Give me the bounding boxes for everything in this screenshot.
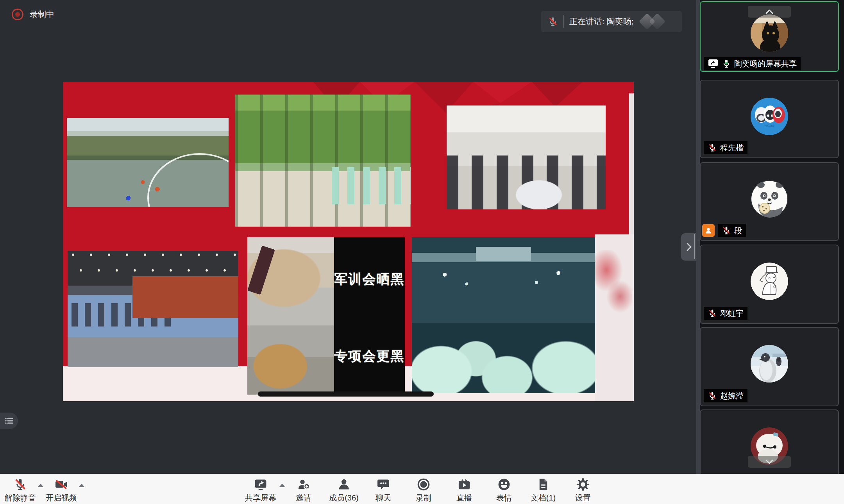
docs-button[interactable]: 文档(1) [531, 477, 556, 503]
meeting-window: 录制中 正在讲话: 陶奕旸; [0, 0, 844, 504]
unmute-button[interactable]: 解除静音 [5, 477, 36, 503]
chat-button[interactable]: 聊天 [376, 477, 391, 503]
unmute-label: 解除静音 [5, 493, 36, 503]
camera-muted-icon [54, 477, 69, 491]
meme-caption-top: 军训会晒黑 [334, 270, 405, 288]
mic-muted-icon [13, 477, 27, 491]
avatar-cartoon-trains: HXD3G [751, 98, 788, 135]
participant-tile-zhaowanying[interactable]: 赵婉滢 [700, 327, 839, 406]
mic-muted-icon [708, 309, 717, 318]
chevron-up-icon [765, 9, 774, 15]
recording-indicator: 录制中 [12, 9, 54, 20]
screen-share-icon [254, 477, 268, 491]
photo-monkey-meme: 军训会晒黑 专项会更黑 [247, 237, 405, 395]
divider [563, 15, 564, 28]
participant-tile-chengxiankai[interactable]: HXD3G 程先楷 [700, 80, 839, 158]
settings-button[interactable]: 设置 [575, 477, 591, 503]
layout-toggle-button[interactable] [0, 413, 18, 429]
chevron-down-icon [765, 459, 774, 465]
mic-muted-icon [708, 391, 717, 400]
docs-label: 文档(1) [531, 493, 556, 503]
invite-label: 邀请 [296, 493, 311, 503]
document-icon [536, 477, 550, 491]
chat-label: 聊天 [376, 493, 391, 503]
participant-name: 邓虹宇 [720, 308, 744, 319]
slide-horizontal-scrollbar[interactable] [258, 391, 434, 397]
shared-screen-slide: 军训会晒黑 专项会更黑 [63, 82, 634, 401]
photo-basketball-court [67, 118, 229, 207]
participant-tile-partial[interactable] [700, 409, 839, 474]
mic-muted-icon [708, 143, 717, 152]
start-video-button[interactable]: 开启视频 [46, 477, 77, 503]
mic-muted-icon [547, 16, 558, 27]
participant-tile-duan[interactable]: 段 [700, 162, 839, 241]
settings-label: 设置 [575, 493, 591, 503]
meme-text-panel: 军训会晒黑 专项会更黑 [334, 237, 405, 395]
participant-name: 段 [734, 225, 742, 236]
photo-auditorium [68, 251, 238, 367]
emoji-label: 表情 [496, 493, 512, 503]
photo-bus-selfie [412, 237, 595, 393]
participant-name: 赵婉滢 [720, 391, 744, 401]
share-screen-button[interactable]: 共享屏幕 [245, 477, 276, 503]
photo-registration-table [447, 105, 606, 209]
avatar-panda-cartoon [751, 180, 788, 218]
bottom-toolbar: 解除静音 开启视频 共享屏幕 [0, 474, 844, 504]
sidebar-rail [696, 0, 700, 474]
members-person-icon [337, 477, 351, 491]
participant-tile-denghongyu[interactable]: 邓虹宇 [700, 245, 839, 324]
smiley-icon [497, 477, 511, 491]
video-options-caret[interactable] [79, 484, 85, 487]
photo-students-walking [235, 95, 411, 227]
invite-button[interactable]: 邀请 [296, 477, 311, 503]
live-label: 直播 [456, 493, 472, 503]
monkey-image [247, 237, 334, 395]
participants-scroll-up-button[interactable] [748, 6, 791, 18]
record-dot-icon [12, 9, 23, 20]
speaking-banner: 正在讲话: 陶奕旸; [541, 11, 682, 32]
live-button[interactable]: 直播 [456, 477, 472, 503]
members-button[interactable]: 成员(36) [329, 477, 359, 503]
members-label: 成员(36) [329, 493, 359, 503]
participants-sidebar: 陶奕旸的屏幕共享 HXD3G [696, 0, 844, 474]
recording-label: 录制中 [30, 9, 54, 20]
mic-options-caret[interactable] [38, 484, 44, 487]
meeting-watermark-icon [634, 14, 673, 30]
slide-pale-right-sliver [629, 93, 634, 234]
share-options-caret[interactable] [279, 484, 285, 487]
chevron-right-icon [685, 242, 693, 252]
start-video-label: 开启视频 [46, 493, 77, 503]
record-label: 录制 [416, 493, 431, 503]
list-layout-icon [4, 415, 14, 426]
share-screen-label: 共享屏幕 [245, 493, 276, 503]
gear-icon [576, 477, 590, 491]
screen-share-icon [708, 59, 719, 69]
participant-label: 段 [702, 224, 746, 237]
record-button[interactable]: 录制 [416, 477, 431, 503]
svg-text:HXD3G: HXD3G [765, 124, 774, 127]
pink-splash-decoration [593, 250, 632, 316]
participant-label: 陶奕旸的屏幕共享 [704, 57, 801, 70]
participant-label: 赵婉滢 [704, 389, 747, 402]
emoji-button[interactable]: 表情 [496, 477, 512, 503]
invite-person-plus-icon [297, 477, 311, 491]
host-badge-icon [702, 224, 715, 237]
participant-label: 邓虹宇 [704, 307, 747, 320]
mic-muted-icon [722, 226, 731, 235]
mic-active-icon [722, 59, 731, 68]
participant-name: 程先楷 [720, 143, 744, 153]
avatar-black-cat [751, 14, 788, 52]
participant-name: 陶奕旸的屏幕共享 [734, 59, 797, 69]
avatar-tophat-sketch [751, 263, 788, 300]
avatar-penguin-photo [751, 345, 788, 382]
participant-tile-taoyiyang[interactable]: 陶奕旸的屏幕共享 [700, 1, 839, 72]
live-tv-icon [457, 477, 471, 491]
speaking-label: 正在讲话: 陶奕旸; [569, 16, 634, 27]
participant-label: 程先楷 [704, 141, 747, 154]
chat-bubble-icon [376, 477, 390, 491]
slide-pale-right-column [595, 234, 634, 401]
meme-caption-bottom: 专项会更黑 [334, 347, 405, 365]
record-circle-icon [417, 477, 431, 491]
participants-scroll-down-button[interactable] [748, 456, 791, 468]
